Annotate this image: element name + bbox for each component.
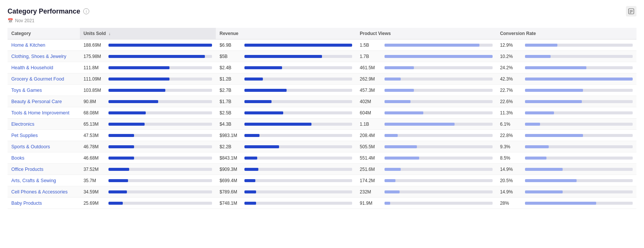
units-sold-cell: 47.53M <box>80 130 216 141</box>
category-cell: Toys & Games <box>8 85 80 96</box>
units-sold-bar-fill <box>108 100 158 103</box>
units-sold-bar-fill <box>108 202 123 205</box>
units-sold-cell: 37.52M <box>80 164 216 175</box>
revenue-bar-bg <box>244 134 352 137</box>
revenue-cell: $843.1M <box>216 152 356 164</box>
units-sold-bar-bg <box>108 78 212 81</box>
product-views-cell: 1.7B <box>356 51 496 62</box>
conversion-rate-value: 20.5% <box>500 178 522 183</box>
category-cell: Clothing, Shoes & Jewelry <box>8 51 80 62</box>
table-row: Sports & Outdoors 46.78M $2.2B 505.5M 9.… <box>8 141 636 152</box>
product-views-value: 604M <box>360 110 382 116</box>
category-cell: Office Products <box>8 164 80 175</box>
category-link[interactable]: Clothing, Shoes & Jewelry <box>11 54 66 59</box>
conversion-rate-bar-bg <box>525 190 633 193</box>
conversion-rate-bar-bg <box>525 100 633 103</box>
col-header-conversion[interactable]: Conversion Rate <box>496 28 636 40</box>
units-sold-cell: 90.8M <box>80 96 216 107</box>
category-cell: Books <box>8 152 80 164</box>
units-sold-value: 175.98M <box>84 54 105 59</box>
export-button[interactable] <box>626 6 636 17</box>
category-link[interactable]: Grocery & Gourmet Food <box>11 76 64 82</box>
category-link[interactable]: Beauty & Personal Care <box>11 99 62 104</box>
units-sold-bar-fill <box>108 89 165 92</box>
revenue-bar-bg <box>244 202 352 205</box>
conversion-rate-bar-bg <box>525 179 633 182</box>
category-link[interactable]: Baby Products <box>11 201 42 206</box>
category-cell: Sports & Outdoors <box>8 141 80 152</box>
units-sold-bar-bg <box>108 157 212 160</box>
product-views-value: 1.7B <box>360 54 382 59</box>
table-row: Pet Supplies 47.53M $983.1M 208.4M 22.8% <box>8 130 636 141</box>
revenue-value: $1.7B <box>220 99 241 104</box>
product-views-cell: 174.2M <box>356 175 496 186</box>
conversion-rate-bar-bg <box>525 111 633 114</box>
product-views-bar-bg <box>385 78 492 81</box>
product-views-cell: 457.3M <box>356 85 496 96</box>
product-views-cell: 262.9M <box>356 73 496 85</box>
conversion-rate-value: 6.1% <box>500 122 522 127</box>
category-cell: Health & Household <box>8 62 80 73</box>
info-icon[interactable]: i <box>83 8 89 14</box>
conversion-rate-cell: 20.5% <box>496 175 636 186</box>
conversion-rate-bar-bg <box>525 168 633 171</box>
conversion-rate-cell: 8.5% <box>496 152 636 164</box>
product-views-value: 91.9M <box>360 201 382 206</box>
product-views-bar-fill <box>385 168 401 171</box>
product-views-value: 505.5M <box>360 144 382 149</box>
table-container: Category Units Sold ↓ Revenue Product Vi… <box>8 28 636 209</box>
units-sold-bar-fill <box>108 168 129 171</box>
product-views-cell: 208.4M <box>356 130 496 141</box>
category-link[interactable]: Health & Household <box>11 65 53 70</box>
conversion-rate-value: 22.8% <box>500 133 522 138</box>
units-sold-bar-bg <box>108 111 212 114</box>
units-sold-value: 46.68M <box>84 155 105 161</box>
units-sold-value: 25.69M <box>84 201 105 206</box>
conversion-rate-bar-fill <box>525 168 563 171</box>
category-link[interactable]: Sports & Outdoors <box>11 144 50 149</box>
product-views-bar-fill <box>385 100 411 103</box>
category-link[interactable]: Tools & Home Improvement <box>11 110 69 116</box>
revenue-cell: $2.5B <box>216 107 356 119</box>
category-link[interactable]: Home & Kitchen <box>11 43 45 48</box>
conversion-rate-bar-bg <box>525 44 633 47</box>
category-link[interactable]: Cell Phones & Accessories <box>11 189 67 195</box>
revenue-cell: $789.6M <box>216 186 356 198</box>
category-link[interactable]: Arts, Crafts & Sewing <box>11 178 56 183</box>
conversion-rate-value: 14.9% <box>500 189 522 195</box>
table-row: Toys & Games 103.85M $2.7B 457.3M 22.7% <box>8 85 636 96</box>
conversion-rate-bar-fill <box>525 66 586 69</box>
revenue-value: $2.5B <box>220 110 241 116</box>
revenue-bar-fill <box>244 190 256 193</box>
category-link[interactable]: Toys & Games <box>11 88 42 93</box>
units-sold-bar-fill <box>108 111 146 114</box>
revenue-bar-fill <box>244 100 272 103</box>
category-link[interactable]: Office Products <box>11 167 43 172</box>
category-link[interactable]: Pet Supplies <box>11 133 38 138</box>
revenue-value: $843.1M <box>220 155 241 161</box>
sort-icon: ↓ <box>108 31 111 36</box>
units-sold-bar-fill <box>108 190 127 193</box>
product-views-value: 402M <box>360 99 382 104</box>
product-views-bar-bg <box>385 111 492 114</box>
revenue-cell: $2.7B <box>216 85 356 96</box>
col-header-units[interactable]: Units Sold ↓ <box>80 28 216 40</box>
revenue-value: $2.4B <box>220 65 241 70</box>
product-views-value: 1.1B <box>360 122 382 127</box>
product-views-bar-fill <box>385 111 423 114</box>
table-row: Arts, Crafts & Sewing 35.7M $699.4M 174.… <box>8 175 636 186</box>
units-sold-cell: 103.85M <box>80 85 216 96</box>
col-header-views[interactable]: Product Views <box>356 28 496 40</box>
category-link[interactable]: Electronics <box>11 122 34 127</box>
revenue-cell: $983.1M <box>216 130 356 141</box>
units-sold-value: 35.7M <box>84 178 105 183</box>
conversion-rate-bar-fill <box>525 78 633 81</box>
conversion-rate-value: 14.9% <box>500 167 522 172</box>
category-link[interactable]: Books <box>11 155 24 161</box>
units-sold-cell: 111.09M <box>80 73 216 85</box>
product-views-value: 174.2M <box>360 178 382 183</box>
revenue-bar-fill <box>244 111 283 114</box>
col-header-revenue[interactable]: Revenue <box>216 28 356 40</box>
units-sold-bar-fill <box>108 145 134 148</box>
conversion-rate-bar-fill <box>525 55 551 58</box>
